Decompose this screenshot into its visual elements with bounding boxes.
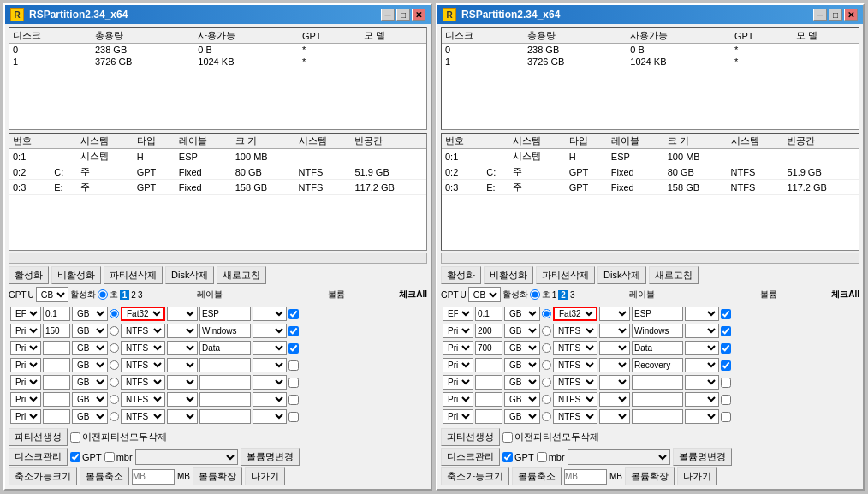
right-partrow-5-check[interactable] xyxy=(721,395,731,405)
right-partrow-4-fs[interactable]: NTFSFat32 xyxy=(553,375,597,390)
right-minimize-btn[interactable]: ─ xyxy=(813,9,827,21)
left-part-row-02[interactable]: 0:2 C: 주 GPT Fixed 80 GB NTFS 51.9 GB xyxy=(9,164,426,180)
right-partrow-6-vol[interactable] xyxy=(685,409,719,424)
left-partrow-2-size[interactable] xyxy=(43,341,70,355)
right-partrow-5-fs[interactable]: NTFSFat32 xyxy=(553,392,597,407)
left-drive-select[interactable] xyxy=(135,449,238,465)
right-num1[interactable]: 1 xyxy=(552,290,557,300)
left-hscrollbar[interactable] xyxy=(9,253,427,264)
left-partrow-4-type[interactable]: PriEFi xyxy=(10,375,41,390)
left-partrow-0-vol[interactable] xyxy=(253,307,287,321)
right-shrink-enable-btn[interactable]: 축소가능크기 xyxy=(441,467,509,485)
left-partrow-3-fsopt[interactable] xyxy=(167,358,198,372)
right-partrow-0-radio[interactable] xyxy=(542,309,551,318)
left-partrow-3-fs[interactable]: NTFSFat32 xyxy=(121,358,165,372)
left-partrow-1-radio[interactable] xyxy=(110,326,119,336)
right-partrow-0-vol[interactable] xyxy=(685,307,719,321)
right-partrow-1-fsopt[interactable] xyxy=(599,324,630,338)
left-unit-select[interactable]: GBMB xyxy=(36,287,68,302)
right-partrow-3-vol[interactable] xyxy=(685,358,719,372)
right-maximize-btn[interactable]: □ xyxy=(829,9,842,21)
left-partrow-5-radio[interactable] xyxy=(110,395,119,404)
right-partrow-6-size[interactable] xyxy=(475,409,502,424)
right-partrow-2-type[interactable]: PriEFi xyxy=(443,341,473,355)
left-num2[interactable]: 2 xyxy=(131,290,136,300)
right-deactivate-btn[interactable]: 비활성화 xyxy=(484,266,533,284)
right-partrow-4-check[interactable] xyxy=(721,378,731,388)
right-partrow-4-vol[interactable] xyxy=(685,375,719,390)
left-partrow-5-unit[interactable]: GBMB xyxy=(72,392,108,407)
left-partrow-1-unit[interactable]: GBMB xyxy=(72,324,108,338)
right-part-row-01[interactable]: 0:1 시스템 H ESP 100 MB xyxy=(442,149,859,164)
left-partrow-6-fs[interactable]: NTFSFat32 xyxy=(121,409,165,424)
left-partrow-0-fs[interactable]: Fat32NTFS xyxy=(121,307,165,321)
right-partrow-2-size[interactable] xyxy=(475,341,502,355)
right-partrow-1-label[interactable] xyxy=(632,324,683,338)
right-partrow-1-fs[interactable]: NTFSFat32 xyxy=(553,324,597,338)
left-partrow-3-vol[interactable] xyxy=(253,358,287,372)
left-disk-manage-btn[interactable]: 디스크관리 xyxy=(9,448,68,466)
left-partrow-2-fsopt[interactable] xyxy=(167,341,198,355)
left-maximize-btn[interactable]: □ xyxy=(396,9,410,21)
left-partrow-4-size[interactable] xyxy=(43,375,70,390)
right-partrow-0-label[interactable] xyxy=(632,307,683,321)
right-partrow-4-label[interactable] xyxy=(632,375,683,390)
right-partrow-6-radio[interactable] xyxy=(542,412,551,421)
right-partrow-3-fsopt[interactable] xyxy=(599,358,630,372)
right-partrow-3-type[interactable]: PriEFi xyxy=(443,358,473,372)
left-disk-row-1[interactable]: 1 3726 GB 1024 KB * xyxy=(9,56,426,68)
left-num1[interactable]: 1 xyxy=(120,290,130,300)
right-partrow-2-unit[interactable]: GBMB xyxy=(504,341,540,355)
left-partrow-2-vol[interactable] xyxy=(253,341,287,355)
left-partrow-5-size[interactable] xyxy=(43,392,70,407)
right-partrow-1-unit[interactable]: GBMB xyxy=(504,324,540,338)
right-partrow-5-fsopt[interactable] xyxy=(599,392,630,407)
right-refresh-btn[interactable]: 새로고침 xyxy=(649,266,699,284)
right-create-part-btn[interactable]: 파티션생성 xyxy=(441,428,500,446)
left-part-row-03[interactable]: 0:3 E: 주 GPT Fixed 158 GB NTFS 117.2 GB xyxy=(9,180,426,195)
right-unit-select[interactable]: GBMB xyxy=(468,287,501,302)
left-partrow-2-fs[interactable]: NTFSFat32 xyxy=(121,341,165,355)
left-gpt-check[interactable] xyxy=(70,452,80,462)
left-volume-shrink-btn[interactable]: 볼륨축소 xyxy=(80,467,129,485)
left-partrow-1-fsopt[interactable] xyxy=(167,324,198,338)
right-gpt-check[interactable] xyxy=(502,452,513,462)
left-partrow-5-vol[interactable] xyxy=(253,392,287,407)
left-partrow-4-radio[interactable] xyxy=(110,378,119,387)
left-partrow-0-unit[interactable]: GBMB xyxy=(72,307,108,321)
left-partrow-6-radio[interactable] xyxy=(110,412,119,421)
left-partrow-0-type[interactable]: EFiPri xyxy=(10,307,41,321)
right-partrow-4-fsopt[interactable] xyxy=(599,375,630,390)
right-radio-active[interactable] xyxy=(530,289,540,300)
left-activate-btn[interactable]: 활성화 xyxy=(9,266,49,284)
right-drive-select[interactable] xyxy=(568,449,670,465)
right-partrow-0-fsopt[interactable] xyxy=(599,307,630,321)
left-partrow-6-size[interactable] xyxy=(43,409,70,424)
right-close-btn[interactable]: ✕ xyxy=(844,9,858,21)
right-partrow-3-radio[interactable] xyxy=(542,360,551,370)
right-partrow-0-fs[interactable]: Fat32NTFS xyxy=(553,307,597,321)
left-partrow-1-vol[interactable] xyxy=(253,324,287,338)
left-partrow-0-fsopt[interactable] xyxy=(167,307,198,321)
right-disk-row-0[interactable]: 0 238 GB 0 B * xyxy=(442,44,859,57)
right-hscrollbar[interactable] xyxy=(441,253,859,264)
right-num3[interactable]: 3 xyxy=(570,290,575,300)
right-partrow-3-label[interactable] xyxy=(632,358,683,372)
right-partrow-1-type[interactable]: PriEFi xyxy=(443,324,473,338)
left-mbr-check[interactable] xyxy=(104,452,115,462)
right-partrow-6-type[interactable]: PriEFi xyxy=(443,409,473,424)
left-partrow-3-check[interactable] xyxy=(288,360,299,371)
right-partrow-0-check[interactable] xyxy=(721,309,731,319)
left-partrow-3-type[interactable]: PriEFi xyxy=(10,358,41,372)
left-disk-row-0[interactable]: 0 238 GB 0 B * xyxy=(9,44,426,57)
left-partrow-3-unit[interactable]: GBMB xyxy=(72,358,108,372)
right-delete-disk-btn[interactable]: Disk삭제 xyxy=(597,266,646,284)
left-deactivate-btn[interactable]: 비활성화 xyxy=(51,266,101,284)
right-partrow-3-unit[interactable]: GBMB xyxy=(504,358,540,372)
left-mb-input[interactable] xyxy=(132,469,175,485)
right-partrow-5-label[interactable] xyxy=(632,392,683,407)
left-partrow-6-check[interactable] xyxy=(288,412,299,422)
left-partrow-1-label[interactable] xyxy=(199,324,251,338)
left-radio-active[interactable] xyxy=(98,289,108,300)
left-partrow-4-fsopt[interactable] xyxy=(167,375,198,390)
